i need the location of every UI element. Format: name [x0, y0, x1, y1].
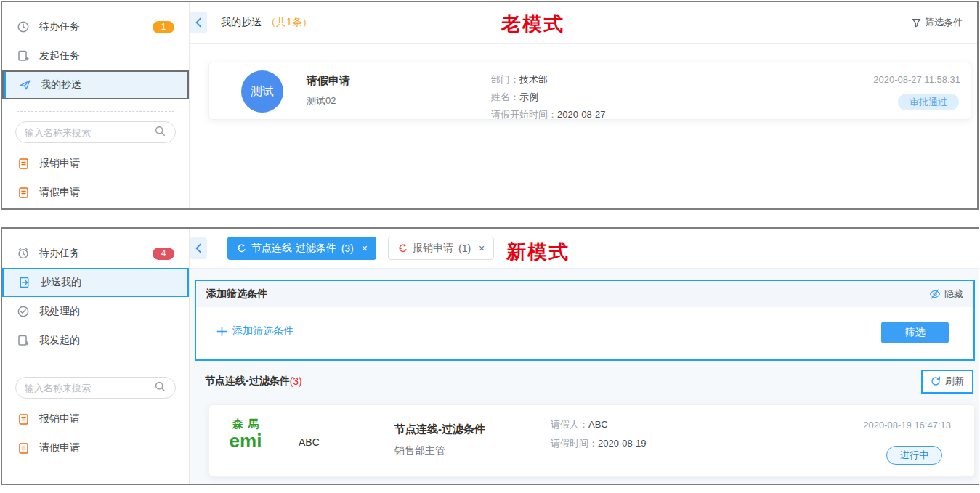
tabs-bar: 节点连线-过滤条件 (3) × 报销申请 (1) × — [190, 229, 979, 269]
sidebar-search — [15, 377, 176, 399]
new-main: 节点连线-过滤条件 (3) × 报销申请 (1) × 新模式 添加筛选条件 — [190, 229, 979, 484]
card-fields: 部门：技术部 姓名：示例 请假开始时间：2020-08-27 — [491, 71, 606, 123]
flow-link-icon — [397, 243, 408, 253]
paper-plane-icon — [18, 78, 31, 91]
logo-latin: emi — [219, 431, 272, 450]
card-subtitle: 测试02 — [307, 94, 350, 107]
sidebar-search — [15, 121, 176, 143]
orange-doc-icon — [17, 157, 30, 170]
refresh-button[interactable]: 刷新 — [921, 370, 973, 394]
sidebar-item-label: 请假申请 — [39, 441, 80, 455]
field-leave-person: 请假人：ABC — [551, 415, 647, 434]
sidebar-item-todo-tasks[interactable]: 待办任务 1 — [2, 12, 189, 41]
tab-node-link-filter[interactable]: 节点连线-过滤条件 (3) × — [227, 237, 376, 260]
field-name: 姓名：示例 — [491, 89, 606, 106]
tab-count: (1) — [458, 243, 471, 254]
hide-label: 隐藏 — [944, 288, 963, 301]
active-indicator — [4, 72, 6, 98]
sidebar-item-todo-tasks[interactable]: 待办任务 4 — [2, 239, 189, 268]
back-button[interactable] — [190, 12, 207, 33]
hide-filter-button[interactable]: 隐藏 — [929, 288, 963, 301]
chevron-left-icon — [195, 17, 202, 28]
old-header: 我的抄送 （共1条） 筛选条件 — [190, 2, 977, 44]
sidebar-item-expense-form[interactable]: 报销申请 — [2, 149, 189, 178]
sidebar-item-label: 抄送我的 — [41, 276, 81, 289]
search-icon[interactable] — [154, 380, 166, 396]
alarm-clock-icon — [17, 247, 30, 260]
doc-arrow-icon — [18, 276, 31, 289]
tab-close-icon[interactable]: × — [479, 243, 485, 254]
refresh-label: 刷新 — [945, 375, 964, 388]
clock-icon — [17, 20, 30, 33]
avatar: 测试 — [241, 70, 283, 113]
filter-panel-body: 添加筛选条件 筛选 — [196, 307, 973, 359]
sidebar-item-leave-form[interactable]: 请假申请 — [2, 178, 189, 207]
tab-count: (3) — [341, 243, 354, 254]
applicant-name: ABC — [299, 436, 320, 448]
sidebar-item-label: 报销申请 — [39, 412, 80, 425]
tab-expense-form[interactable]: 报销申请 (1) × — [388, 237, 494, 260]
sidebar-item-started-by-me[interactable]: 我发起的 — [2, 326, 189, 355]
tab-label: 节点连线-过滤条件 — [251, 242, 336, 255]
todo-count-badge: 1 — [153, 21, 174, 33]
tab-label: 报销申请 — [413, 242, 453, 255]
flow-link-icon — [236, 243, 246, 253]
sidebar-item-label: 我发起的 — [39, 334, 80, 347]
search-input[interactable] — [25, 127, 154, 138]
sidebar-item-label: 我的抄送 — [41, 78, 81, 91]
field-leave-time: 请假时间：2020-08-19 — [551, 434, 647, 453]
filter-label: 筛选条件 — [925, 16, 963, 29]
filter-panel: 添加筛选条件 隐藏 添加筛选条件 筛选 — [195, 280, 975, 361]
filter-submit-button[interactable]: 筛选 — [881, 322, 949, 343]
new-content: 添加筛选条件 隐藏 添加筛选条件 筛选 — [190, 269, 979, 484]
sidebar-item-cc-to-me[interactable]: 抄送我的 — [2, 268, 189, 297]
field-leave-start: 请假开始时间：2020-08-27 — [491, 106, 606, 123]
back-button[interactable] — [190, 237, 207, 259]
status-badge: 审批通过 — [898, 94, 959, 110]
field-department: 部门：技术部 — [491, 71, 606, 89]
cc-record-card[interactable]: 测试 请假申请 测试02 部门：技术部 姓名：示例 请假开始时间：2020-08… — [208, 62, 971, 120]
orange-doc-icon — [17, 412, 30, 425]
plus-icon — [216, 326, 227, 337]
company-logo: 森馬 emi — [219, 417, 272, 450]
sidebar-item-label: 报销申请 — [39, 157, 80, 170]
card-subtitle: 销售部主管 — [394, 444, 485, 457]
sidebar-item-leave-form[interactable]: 请假申请 — [2, 433, 189, 463]
card-title: 请假申请 — [307, 74, 350, 88]
new-sidebar: 待办任务 4 抄送我的 我处理的 我发起的 — [2, 229, 190, 484]
orange-doc-icon — [17, 441, 30, 455]
search-input[interactable] — [25, 383, 154, 394]
refresh-icon — [931, 376, 941, 386]
status-badge: 进行中 — [886, 446, 942, 465]
funnel-icon — [911, 17, 922, 28]
sidebar-item-label: 我处理的 — [39, 305, 80, 318]
add-filter-label: 添加筛选条件 — [232, 325, 293, 338]
sidebar-item-expense-form[interactable]: 报销申请 — [2, 404, 189, 433]
sidebar-divider — [17, 111, 174, 112]
page-title: 我的抄送 — [221, 16, 262, 29]
list-section-header: 节点连线-过滤条件 (3) 刷新 — [195, 368, 975, 394]
filter-conditions-button[interactable]: 筛选条件 — [911, 16, 963, 29]
sidebar-item-label: 请假申请 — [39, 186, 80, 199]
tab-close-icon[interactable]: × — [362, 243, 368, 254]
new-mode-panel: 待办任务 4 抄送我的 我处理的 我发起的 — [1, 227, 979, 485]
sidebar-item-start-task[interactable]: 发起任务 — [2, 41, 189, 70]
section-title: 节点连线-过滤条件 — [205, 375, 290, 388]
cc-record-card[interactable]: 森馬 emi ABC 节点连线-过滤条件 销售部主管 请假人：ABC 请假时间：… — [208, 404, 975, 477]
timestamp: 2020-08-19 16:47:13 — [863, 420, 951, 431]
card-fields: 请假人：ABC 请假时间：2020-08-19 — [551, 415, 647, 453]
sidebar-item-label: 待办任务 — [39, 20, 80, 33]
sidebar-item-label: 待办任务 — [39, 247, 80, 260]
filter-panel-title: 添加筛选条件 — [206, 288, 267, 301]
old-main: 我的抄送 （共1条） 筛选条件 老模式 测试 请假申请 测试02 部门：技术部 — [190, 2, 977, 208]
sidebar-item-handled-by-me[interactable]: 我处理的 — [2, 297, 189, 326]
sidebar-item-my-cc[interactable]: 我的抄送 — [2, 70, 189, 99]
timestamp: 2020-08-27 11:58:31 — [873, 74, 960, 85]
screenshot-stage: 待办任务 1 发起任务 我的抄送 — [0, 0, 980, 493]
annotation-new-mode: 新模式 — [506, 239, 570, 265]
chevron-left-icon — [195, 243, 202, 253]
old-mode-panel: 待办任务 1 发起任务 我的抄送 — [1, 1, 979, 210]
search-icon[interactable] — [154, 125, 166, 140]
old-sidebar: 待办任务 1 发起任务 我的抄送 — [2, 2, 190, 208]
add-filter-condition-link[interactable]: 添加筛选条件 — [216, 325, 293, 338]
